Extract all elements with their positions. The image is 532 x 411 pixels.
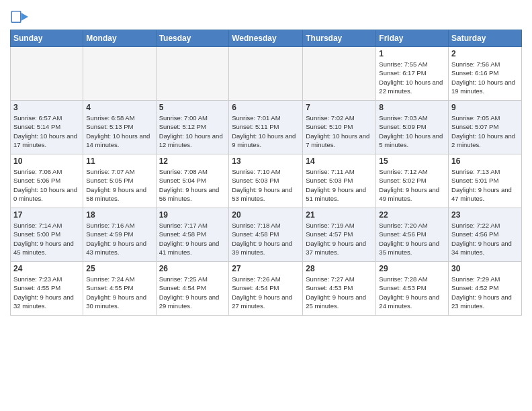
- calendar-cell: 10Sunrise: 7:06 AM Sunset: 5:06 PM Dayli…: [11, 154, 83, 208]
- calendar-cell: 14Sunrise: 7:11 AM Sunset: 5:03 PM Dayli…: [303, 154, 376, 208]
- day-info: Sunrise: 7:08 AM Sunset: 5:04 PM Dayligh…: [159, 167, 226, 203]
- day-number: 2: [451, 49, 519, 58]
- day-info: Sunrise: 6:58 AM Sunset: 5:13 PM Dayligh…: [86, 113, 152, 149]
- calendar-week-3: 10Sunrise: 7:06 AM Sunset: 5:06 PM Dayli…: [11, 154, 522, 208]
- day-info: Sunrise: 7:03 AM Sunset: 5:09 PM Dayligh…: [379, 113, 445, 149]
- day-info: Sunrise: 7:11 AM Sunset: 5:03 PM Dayligh…: [306, 167, 373, 203]
- day-info: Sunrise: 7:14 AM Sunset: 5:00 PM Dayligh…: [13, 221, 80, 257]
- calendar-cell: 23Sunrise: 7:22 AM Sunset: 4:56 PM Dayli…: [449, 208, 522, 262]
- calendar-cell: 4Sunrise: 6:58 AM Sunset: 5:13 PM Daylig…: [83, 101, 156, 154]
- day-info: Sunrise: 7:18 AM Sunset: 4:58 PM Dayligh…: [232, 221, 300, 257]
- day-number: 7: [306, 103, 373, 112]
- day-info: Sunrise: 7:13 AM Sunset: 5:01 PM Dayligh…: [451, 167, 519, 203]
- day-info: Sunrise: 6:57 AM Sunset: 5:14 PM Dayligh…: [13, 113, 80, 149]
- col-header-thursday: Thursday: [303, 30, 376, 47]
- calendar-cell: 13Sunrise: 7:10 AM Sunset: 5:03 PM Dayli…: [229, 154, 303, 208]
- day-number: 21: [306, 210, 373, 220]
- svg-rect-1: [12, 12, 20, 22]
- header: [10, 7, 522, 27]
- day-number: 18: [86, 210, 152, 220]
- day-number: 28: [306, 264, 373, 273]
- calendar-cell: 27Sunrise: 7:26 AM Sunset: 4:54 PM Dayli…: [229, 262, 303, 316]
- calendar-cell: 7Sunrise: 7:02 AM Sunset: 5:10 PM Daylig…: [303, 101, 376, 154]
- day-info: Sunrise: 7:02 AM Sunset: 5:10 PM Dayligh…: [306, 113, 373, 149]
- col-header-wednesday: Wednesday: [229, 30, 303, 47]
- day-number: 4: [86, 103, 152, 112]
- day-info: Sunrise: 7:24 AM Sunset: 4:55 PM Dayligh…: [86, 275, 152, 310]
- calendar-cell: 20Sunrise: 7:18 AM Sunset: 4:58 PM Dayli…: [229, 208, 303, 262]
- day-number: 10: [13, 156, 80, 166]
- day-info: Sunrise: 7:16 AM Sunset: 4:59 PM Dayligh…: [86, 221, 152, 257]
- day-number: 12: [159, 156, 226, 166]
- calendar-cell: 12Sunrise: 7:08 AM Sunset: 5:04 PM Dayli…: [156, 154, 229, 208]
- day-number: 27: [232, 264, 300, 273]
- day-info: Sunrise: 7:27 AM Sunset: 4:53 PM Dayligh…: [306, 275, 373, 310]
- day-info: Sunrise: 7:06 AM Sunset: 5:06 PM Dayligh…: [13, 167, 80, 203]
- calendar-cell: [156, 47, 229, 101]
- day-info: Sunrise: 7:10 AM Sunset: 5:03 PM Dayligh…: [232, 167, 300, 203]
- col-header-monday: Monday: [83, 30, 156, 47]
- calendar-table: SundayMondayTuesdayWednesdayThursdayFrid…: [10, 30, 522, 316]
- day-number: 15: [379, 156, 445, 166]
- calendar-cell: 22Sunrise: 7:20 AM Sunset: 4:56 PM Dayli…: [376, 208, 449, 262]
- day-number: 5: [159, 103, 226, 112]
- page-container: SundayMondayTuesdayWednesdayThursdayFrid…: [0, 0, 532, 322]
- calendar-cell: 29Sunrise: 7:28 AM Sunset: 4:53 PM Dayli…: [376, 262, 449, 316]
- logo-icon: [10, 7, 30, 27]
- calendar-cell: [83, 47, 156, 101]
- calendar-cell: [11, 47, 83, 101]
- day-number: 17: [13, 210, 80, 220]
- day-number: 6: [232, 103, 300, 112]
- day-number: 9: [451, 103, 519, 112]
- calendar-header-row: SundayMondayTuesdayWednesdayThursdayFrid…: [11, 30, 522, 47]
- day-number: 11: [86, 156, 152, 166]
- day-number: 1: [379, 49, 445, 58]
- day-number: 29: [379, 264, 445, 273]
- day-number: 23: [451, 210, 519, 220]
- day-info: Sunrise: 7:28 AM Sunset: 4:53 PM Dayligh…: [379, 275, 445, 310]
- calendar-cell: 5Sunrise: 7:00 AM Sunset: 5:12 PM Daylig…: [156, 101, 229, 154]
- calendar-cell: 3Sunrise: 6:57 AM Sunset: 5:14 PM Daylig…: [11, 101, 83, 154]
- col-header-friday: Friday: [376, 30, 449, 47]
- day-number: 26: [159, 264, 226, 273]
- col-header-tuesday: Tuesday: [156, 30, 229, 47]
- day-info: Sunrise: 7:29 AM Sunset: 4:52 PM Dayligh…: [451, 275, 519, 310]
- calendar-week-4: 17Sunrise: 7:14 AM Sunset: 5:00 PM Dayli…: [11, 208, 522, 262]
- day-info: Sunrise: 7:23 AM Sunset: 4:55 PM Dayligh…: [13, 275, 80, 310]
- calendar-cell: 1Sunrise: 7:55 AM Sunset: 6:17 PM Daylig…: [376, 47, 449, 101]
- day-number: 8: [379, 103, 445, 112]
- calendar-cell: 18Sunrise: 7:16 AM Sunset: 4:59 PM Dayli…: [83, 208, 156, 262]
- day-info: Sunrise: 7:26 AM Sunset: 4:54 PM Dayligh…: [232, 275, 300, 310]
- calendar-cell: 25Sunrise: 7:24 AM Sunset: 4:55 PM Dayli…: [83, 262, 156, 316]
- calendar-cell: 21Sunrise: 7:19 AM Sunset: 4:57 PM Dayli…: [303, 208, 376, 262]
- day-number: 20: [232, 210, 300, 220]
- day-number: 30: [451, 264, 519, 273]
- day-info: Sunrise: 7:19 AM Sunset: 4:57 PM Dayligh…: [306, 221, 373, 257]
- calendar-week-5: 24Sunrise: 7:23 AM Sunset: 4:55 PM Dayli…: [11, 262, 522, 316]
- day-number: 19: [159, 210, 226, 220]
- day-info: Sunrise: 7:00 AM Sunset: 5:12 PM Dayligh…: [159, 113, 226, 149]
- svg-marker-2: [21, 13, 29, 21]
- calendar-cell: 2Sunrise: 7:56 AM Sunset: 6:16 PM Daylig…: [449, 47, 522, 101]
- logo: [10, 7, 33, 27]
- day-number: 3: [13, 103, 80, 112]
- calendar-cell: 24Sunrise: 7:23 AM Sunset: 4:55 PM Dayli…: [11, 262, 83, 316]
- day-number: 14: [306, 156, 373, 166]
- calendar-cell: 11Sunrise: 7:07 AM Sunset: 5:05 PM Dayli…: [83, 154, 156, 208]
- calendar-cell: 30Sunrise: 7:29 AM Sunset: 4:52 PM Dayli…: [449, 262, 522, 316]
- day-info: Sunrise: 7:12 AM Sunset: 5:02 PM Dayligh…: [379, 167, 445, 203]
- calendar-cell: 8Sunrise: 7:03 AM Sunset: 5:09 PM Daylig…: [376, 101, 449, 154]
- calendar-cell: 9Sunrise: 7:05 AM Sunset: 5:07 PM Daylig…: [449, 101, 522, 154]
- day-info: Sunrise: 7:05 AM Sunset: 5:07 PM Dayligh…: [451, 113, 519, 149]
- day-info: Sunrise: 7:22 AM Sunset: 4:56 PM Dayligh…: [451, 221, 519, 257]
- calendar-cell: 19Sunrise: 7:17 AM Sunset: 4:58 PM Dayli…: [156, 208, 229, 262]
- day-info: Sunrise: 7:55 AM Sunset: 6:17 PM Dayligh…: [379, 60, 445, 95]
- calendar-cell: 26Sunrise: 7:25 AM Sunset: 4:54 PM Dayli…: [156, 262, 229, 316]
- day-number: 16: [451, 156, 519, 166]
- day-info: Sunrise: 7:25 AM Sunset: 4:54 PM Dayligh…: [159, 275, 226, 310]
- day-number: 25: [86, 264, 152, 273]
- calendar-week-2: 3Sunrise: 6:57 AM Sunset: 5:14 PM Daylig…: [11, 101, 522, 154]
- day-number: 24: [13, 264, 80, 273]
- calendar-cell: 6Sunrise: 7:01 AM Sunset: 5:11 PM Daylig…: [229, 101, 303, 154]
- calendar-cell: [229, 47, 303, 101]
